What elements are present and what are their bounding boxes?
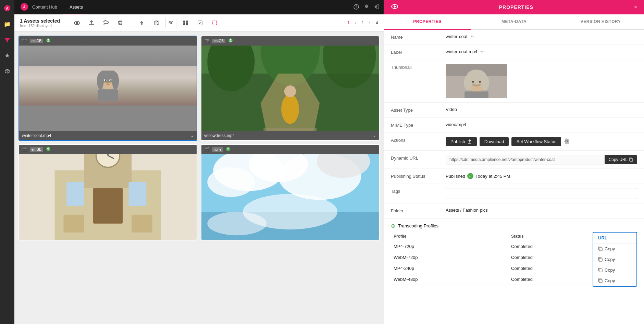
sidebar-logo[interactable]: A bbox=[2, 3, 12, 13]
preview-btn[interactable] bbox=[72, 18, 82, 28]
asset-card-2[interactable]: 🎬 en-GB bbox=[201, 36, 380, 141]
name-edit-icon[interactable]: ✏ bbox=[471, 34, 474, 39]
page-size-btn[interactable]: 50 bbox=[165, 18, 176, 28]
download-btn[interactable]: Download bbox=[480, 137, 509, 146]
url-input[interactable] bbox=[446, 155, 605, 164]
prop-actions-row: Actions Publish Download Set Workflow St… bbox=[384, 133, 644, 151]
assets-label: Assets bbox=[70, 4, 83, 10]
panel-title: PROPERTIES bbox=[402, 4, 630, 10]
svg-point-59 bbox=[394, 5, 396, 8]
video-icon-4: 🎬 bbox=[204, 147, 209, 152]
publishing-time: Today at 2:45 PM bbox=[475, 174, 510, 179]
selection-info: 1 Assets selected from 152 displayed bbox=[20, 18, 68, 28]
video-icon-2: 🎬 bbox=[204, 39, 209, 43]
col-profile: Profile bbox=[391, 232, 508, 241]
svg-point-68 bbox=[479, 81, 481, 83]
svg-rect-46 bbox=[64, 215, 84, 233]
copy-url-btn[interactable]: Copy URL bbox=[605, 155, 637, 164]
settings-icon[interactable] bbox=[364, 4, 369, 11]
svg-point-19 bbox=[112, 72, 119, 89]
asset-grid: 🎬 en-GB bbox=[14, 32, 384, 324]
asset-type-label: Asset Type bbox=[391, 107, 446, 113]
globe-btn[interactable] bbox=[151, 18, 161, 28]
close-icon[interactable]: × bbox=[634, 4, 637, 10]
upload-btn[interactable] bbox=[86, 18, 97, 28]
svg-point-67 bbox=[472, 81, 474, 83]
grid-view-btn[interactable] bbox=[181, 18, 191, 28]
cloud-btn[interactable] bbox=[101, 18, 111, 28]
profile-name-4: WebM-480p bbox=[391, 274, 508, 285]
tags-label: Tags bbox=[391, 188, 446, 194]
locale-2: en-GB bbox=[212, 39, 225, 43]
asset-thumb-2 bbox=[201, 46, 379, 131]
tab-version-history[interactable]: VERSION HISTORY bbox=[557, 14, 644, 30]
dynamic-url-value: Copy URL bbox=[446, 155, 637, 164]
publish-btn[interactable]: Publish bbox=[446, 137, 477, 146]
delete-btn[interactable] bbox=[115, 18, 125, 28]
add-profile-icon[interactable]: ⊕ bbox=[391, 223, 395, 229]
sidebar-filter-icon[interactable] bbox=[2, 35, 12, 45]
profile-name-1: MP4-720p bbox=[391, 241, 508, 252]
expand-btn-1[interactable]: ⌄ bbox=[190, 133, 194, 138]
tab-properties[interactable]: PROPERTIES bbox=[384, 14, 471, 30]
sort-btn[interactable] bbox=[137, 18, 147, 28]
label-edit-icon[interactable]: ✏ bbox=[481, 49, 484, 54]
svg-rect-8 bbox=[183, 21, 185, 23]
asset-card-4[interactable]: 🎬 none bbox=[201, 144, 380, 240]
sidebar-folder-icon[interactable]: 📁 bbox=[2, 19, 12, 29]
actions-label: Actions bbox=[391, 137, 446, 143]
svg-point-54 bbox=[207, 167, 255, 197]
page-next-btn[interactable]: › bbox=[366, 19, 374, 27]
nav-tab-assets[interactable]: Assets bbox=[63, 0, 89, 14]
prop-asset-type-row: Asset Type Video bbox=[384, 103, 644, 118]
content-hub-logo: A bbox=[21, 3, 28, 11]
prop-publishing-status-row: Publishing Status Published ✓ Today at 2… bbox=[384, 169, 644, 184]
card-header-4: 🎬 none bbox=[201, 145, 379, 154]
upload-icon-4 bbox=[226, 147, 231, 152]
actions-gear-icon[interactable] bbox=[564, 138, 569, 145]
thumbnail-label: Thumbnail bbox=[391, 64, 446, 70]
svg-rect-47 bbox=[132, 215, 152, 233]
transcoding-section: ⊕ Transcoding Profiles Profile Status MP bbox=[384, 219, 644, 289]
svg-rect-44 bbox=[128, 182, 146, 206]
url-dropdown: URL Copy Copy Copy Copy bbox=[593, 232, 637, 287]
sidebar-box-icon[interactable] bbox=[2, 66, 12, 76]
url-copy-btn-1[interactable]: Copy bbox=[593, 244, 636, 254]
asset-name-2: yellowdress.mp4 bbox=[204, 133, 235, 138]
locale-1: en-GB bbox=[30, 39, 43, 43]
label-value: winter-coat.mp4 ✏ bbox=[446, 49, 637, 54]
asset-name-1: winter-coat.mp4 bbox=[22, 133, 51, 138]
url-copy-btn-2[interactable]: Copy bbox=[593, 254, 636, 265]
workflow-status-btn[interactable]: Set Workflow Status bbox=[511, 137, 561, 146]
asset-type-value: Video bbox=[446, 107, 637, 112]
expand-btn-2[interactable]: ⌄ bbox=[373, 133, 376, 138]
svg-point-31 bbox=[281, 94, 299, 124]
sidebar-star-icon[interactable] bbox=[2, 51, 12, 60]
prop-dynamic-url-row: Dynamic URL Copy URL bbox=[384, 151, 644, 169]
nav-tab-content-hub[interactable]: A Content Hub bbox=[14, 0, 63, 14]
publishing-status-value: Published ✓ Today at 2:45 PM bbox=[446, 173, 637, 179]
url-copy-btn-4[interactable]: Copy bbox=[593, 275, 636, 286]
tags-value bbox=[446, 188, 637, 199]
asset-card-1[interactable]: 🎬 en-GB bbox=[18, 36, 197, 141]
help-icon[interactable]: ? bbox=[354, 4, 359, 11]
svg-point-66 bbox=[481, 75, 489, 90]
nav-right-icons: ? bbox=[354, 0, 384, 14]
checkbox-view-btn[interactable] bbox=[195, 18, 205, 28]
asset-thumb-3 bbox=[19, 154, 197, 240]
selection-btn[interactable] bbox=[209, 18, 220, 28]
name-value: winter-coat ✏ bbox=[446, 34, 637, 39]
asset-card-3[interactable]: 🎬 en-GB bbox=[18, 144, 197, 240]
url-copy-btn-3[interactable]: Copy bbox=[593, 265, 636, 275]
svg-text:?: ? bbox=[355, 5, 357, 9]
logout-icon[interactable] bbox=[374, 4, 380, 11]
tags-input[interactable] bbox=[446, 188, 637, 199]
page-prev-btn[interactable]: ‹ bbox=[352, 19, 360, 27]
folder-value: Assets / Fashion pics bbox=[446, 208, 637, 213]
prop-mime-type-row: MIME Type video/mp4 bbox=[384, 118, 644, 133]
top-nav: A Content Hub Assets ? bbox=[14, 0, 384, 14]
thumbnail-image bbox=[446, 64, 507, 98]
tab-metadata[interactable]: META-DATA bbox=[471, 14, 557, 30]
svg-point-18 bbox=[97, 72, 104, 89]
svg-text:A: A bbox=[6, 7, 8, 10]
